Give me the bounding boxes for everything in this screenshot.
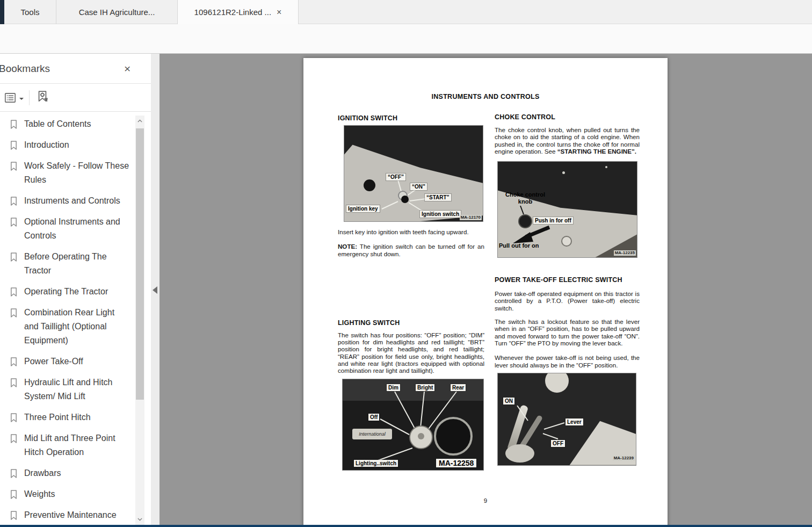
brand-plate: International — [352, 429, 392, 439]
bookmark-item-power-take-off[interactable]: Power Take-Off — [10, 355, 134, 369]
photo-label-rear: Rear — [451, 384, 466, 391]
photo-id: MA-12258 — [436, 459, 476, 467]
pto-heading: POWER TAKE-OFF ELECTRIC SWITCH — [495, 276, 640, 284]
choke-control-heading: CHOKE CONTROL — [495, 113, 640, 121]
bookmarks-list: Table of Contents Introduction Work Safe… — [0, 117, 134, 525]
bookmark-item-table-of-contents[interactable]: Table of Contents — [10, 117, 134, 131]
divider — [0, 111, 151, 112]
bookmark-label: Drawbars — [24, 466, 130, 480]
bookmark-item-preventive-maintenance[interactable]: Preventive Maintenance Guide — [10, 508, 134, 525]
tab-document-1[interactable]: Case IH Agriculture... — [56, 0, 177, 24]
close-icon[interactable]: × — [124, 62, 130, 75]
bookmarks-scrollbar[interactable] — [135, 115, 144, 525]
lighting-body: The switch has four positions: “OFF” pos… — [338, 331, 484, 374]
locate-current-bookmark-button[interactable] — [35, 89, 50, 106]
pto-switch-photo: ON Lever OFF MA-12239 — [497, 373, 636, 466]
bookmark-label: Three Point Hitch — [24, 410, 130, 424]
bookmark-icon — [10, 252, 18, 262]
bookmark-icon — [10, 468, 18, 479]
choke-body: The choke control knob, when pulled out … — [495, 126, 640, 155]
bookmark-item-drawbars[interactable]: Drawbars — [10, 466, 134, 480]
bookmark-icon — [10, 161, 18, 171]
pto-paragraph-3: Whenever the power take-off is not being… — [495, 354, 640, 369]
bookmark-item-mid-lift-operation[interactable]: Mid Lift and Three Point Hitch Operation — [10, 431, 134, 459]
chevron-down-icon — [19, 98, 24, 102]
main-toolbar: / 64 57.9% — [0, 24, 812, 54]
photo-label-ignition-key: Ignition key — [346, 205, 380, 212]
bookmark-item-instruments-and-controls[interactable]: Instruments and Controls — [10, 194, 134, 208]
photo-label-pull-out: Pull out for on — [499, 242, 539, 249]
bookmark-item-introduction[interactable]: Introduction — [10, 138, 134, 152]
acrobat-window: Tools Case IH Agriculture... 1096121R2-L… — [0, 0, 812, 527]
ignition-caption: Insert key into ignition with teeth faci… — [338, 228, 484, 235]
bookmark-label: Before Operating The Tractor — [24, 250, 130, 278]
right-column: CHOKE CONTROL The choke control knob, wh… — [495, 113, 640, 466]
bookmark-item-operating-the-tractor[interactable]: Operating The Tractor — [10, 285, 134, 299]
photo-label-on: ON — [503, 398, 514, 405]
divider — [0, 83, 151, 84]
bookmark-label: Mid Lift and Three Point Hitch Operation — [24, 431, 130, 459]
tab-doc1-label: Case IH Agriculture... — [79, 8, 155, 17]
pdf-page: INSTRUMENTS AND CONTROLS IGNITION SWITCH… — [303, 58, 668, 525]
scroll-up-icon[interactable] — [135, 117, 144, 126]
panel-gutter — [151, 54, 160, 527]
photo-id: MA-12170 — [460, 215, 482, 220]
bookmarks-panel-title: Bookmarks — [0, 63, 50, 75]
bookmark-icon — [10, 217, 18, 227]
bookmark-icon — [10, 489, 18, 500]
bookmark-icon — [10, 308, 18, 318]
choke-body-bold: “STARTING THE ENGINE”. — [557, 148, 636, 155]
ignition-switch-photo: “OFF” “ON” “START” Ignition key Ignition… — [344, 125, 483, 222]
bookmarks-options-row — [3, 89, 50, 106]
photo-label-ignition-switch: Ignition switch — [420, 211, 461, 218]
bookmark-item-combination-rear-light[interactable]: Combination Rear Light and Taillight (Op… — [10, 306, 134, 348]
bookmark-label: Table of Contents — [24, 117, 130, 131]
bottom-window-edge — [0, 525, 812, 527]
bookmark-label: Instruments and Controls — [24, 194, 130, 208]
scrollbar-thumb[interactable] — [136, 128, 144, 400]
bookmarks-options-button[interactable] — [3, 91, 24, 105]
bookmark-icon — [10, 196, 18, 206]
photo-label-push-in: Push in for off — [533, 217, 573, 224]
bookmark-item-optional-instruments[interactable]: Optional Instruments and Controls — [10, 215, 134, 243]
photo-label-lever: Lever — [566, 418, 583, 425]
bookmark-item-work-safely[interactable]: Work Safely - Follow These Rules — [10, 159, 134, 187]
lighting-switch-heading: LIGHTING SWITCH — [338, 319, 484, 327]
photo-shape — [418, 433, 424, 439]
bookmark-icon — [10, 378, 18, 388]
tab-close-icon[interactable]: × — [277, 8, 281, 17]
photo-label-bright: Bright — [416, 384, 434, 391]
bookmarks-panel: Bookmarks × Table of Contents Introducti… — [0, 54, 151, 527]
photo-shape — [401, 196, 409, 203]
photo-id: MA-12239 — [613, 456, 635, 461]
bookmark-label: Power Take-Off — [24, 355, 130, 369]
tab-document-2-active[interactable]: 1096121R2-Linked ... × — [177, 0, 299, 24]
bookmark-label: Work Safely - Follow These Rules — [24, 159, 130, 187]
bookmark-icon — [10, 357, 18, 367]
page-number: 9 — [303, 497, 668, 504]
tab-tools[interactable]: Tools — [4, 0, 56, 24]
window-edge — [0, 0, 4, 24]
bookmark-item-before-operating[interactable]: Before Operating The Tractor — [10, 250, 134, 278]
choke-control-photo: Choke control knob Push in for off Pull … — [497, 161, 637, 258]
photo-label-on: “ON” — [410, 183, 427, 190]
bookmark-icon — [10, 434, 18, 444]
tab-tools-label: Tools — [20, 8, 39, 17]
ignition-note: NOTE: The ignition switch can be turned … — [338, 243, 484, 257]
collapse-panel-icon[interactable] — [153, 286, 157, 294]
bookmark-item-hydraulic-lift[interactable]: Hydraulic Lift and Hitch System/ Mid Lif… — [10, 376, 134, 403]
bookmark-item-weights[interactable]: Weights — [10, 487, 134, 501]
scroll-down-icon[interactable] — [135, 515, 144, 524]
ignition-switch-heading: IGNITION SWITCH — [338, 114, 484, 122]
bookmark-label: Introduction — [24, 138, 130, 152]
bookmark-icon — [10, 119, 18, 129]
pto-paragraph-1: Power take-off operated equipment on thi… — [495, 290, 640, 312]
lighting-switch-photo: International Dim Bright Rear Off Lighti… — [342, 379, 484, 471]
bookmark-icon — [10, 140, 18, 150]
bookmark-item-three-point-hitch[interactable]: Three Point Hitch — [10, 410, 134, 424]
page-header: INSTRUMENTS AND CONTROLS — [303, 93, 668, 100]
bookmark-icon — [10, 510, 18, 521]
bookmark-label: Optional Instruments and Controls — [24, 215, 130, 243]
document-view[interactable]: INSTRUMENTS AND CONTROLS IGNITION SWITCH… — [160, 54, 812, 525]
bookmark-label: Operating The Tractor — [24, 285, 130, 299]
